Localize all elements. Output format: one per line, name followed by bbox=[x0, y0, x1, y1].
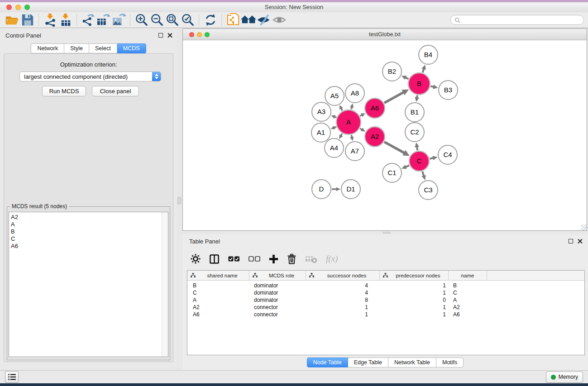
run-mcds-button[interactable]: Run MCDS bbox=[42, 86, 86, 96]
table-cell[interactable]: dominator bbox=[249, 282, 306, 289]
search-field[interactable] bbox=[450, 15, 584, 25]
export-table-button[interactable] bbox=[96, 13, 111, 27]
column-header-shared-name[interactable]: shared name bbox=[187, 271, 249, 280]
edge-C-C2[interactable] bbox=[417, 147, 417, 150]
first-neighbors-button[interactable] bbox=[241, 13, 256, 27]
network-canvas[interactable]: B4B2BB3A8A5A6A3B1AA1C2A2A4A7C4CC1C3DD1 bbox=[183, 40, 587, 230]
table-row[interactable]: Adominator80A bbox=[187, 296, 584, 304]
float-panel-icon[interactable] bbox=[569, 239, 573, 243]
table-cell[interactable]: connector bbox=[249, 311, 306, 318]
close-panel-icon[interactable] bbox=[167, 33, 172, 38]
table-row[interactable]: A2connector11A2 bbox=[187, 304, 584, 311]
zoom-fit-button[interactable] bbox=[165, 13, 180, 27]
table-cell[interactable]: A2 bbox=[449, 304, 487, 310]
table-cell[interactable]: 1 bbox=[380, 290, 449, 296]
table-cell[interactable]: B bbox=[449, 282, 487, 289]
add-column-button[interactable] bbox=[269, 254, 278, 264]
table-cell[interactable]: 8 bbox=[306, 297, 380, 303]
export-network-button[interactable] bbox=[81, 13, 96, 27]
hide-selected-button[interactable] bbox=[256, 13, 272, 27]
edge-C-C3[interactable] bbox=[422, 172, 424, 176]
select-all-columns-button[interactable] bbox=[228, 256, 240, 262]
tab-select[interactable]: Select bbox=[89, 43, 117, 53]
tab-network-table[interactable]: Network Table bbox=[388, 357, 436, 367]
column-header-mcds-role[interactable]: MCDS role bbox=[249, 271, 306, 280]
criterion-select[interactable]: largest connected component (directed) bbox=[19, 71, 161, 81]
table-cell[interactable]: 4 bbox=[306, 282, 380, 289]
table-cell[interactable]: A2 bbox=[187, 304, 249, 310]
network-graph[interactable]: B4B2BB3A8A5A6A3B1AA1C2A2A4A7C4CC1C3DD1 bbox=[183, 40, 587, 230]
table-cell[interactable]: 1 bbox=[380, 304, 449, 310]
table-row[interactable]: Cdominator41C bbox=[187, 289, 584, 296]
table-cell[interactable]: 1 bbox=[380, 282, 449, 289]
table-cell[interactable]: 4 bbox=[306, 290, 380, 296]
tab-node-table[interactable]: Node Table bbox=[307, 357, 348, 367]
table-cell[interactable]: 1 bbox=[380, 311, 449, 318]
table-cell[interactable]: dominator bbox=[249, 290, 306, 296]
import-network-button[interactable] bbox=[43, 13, 58, 27]
open-file-button[interactable] bbox=[5, 13, 20, 27]
memory-button[interactable]: Memory bbox=[546, 372, 583, 383]
export-image-button[interactable] bbox=[111, 13, 127, 27]
mcds-result-list[interactable]: A2ABCA6 bbox=[9, 212, 168, 357]
edge-C-C4[interactable] bbox=[430, 158, 433, 159]
tab-mcds[interactable]: MCDS bbox=[117, 43, 146, 53]
delete-columns-button[interactable] bbox=[287, 254, 296, 264]
table-cell[interactable]: connector bbox=[249, 304, 306, 310]
table-cell[interactable]: 1 bbox=[306, 311, 380, 318]
table-row[interactable]: Bdominator41B bbox=[187, 282, 584, 289]
table-cell[interactable]: B bbox=[187, 282, 249, 289]
unselect-all-columns-button[interactable] bbox=[249, 256, 260, 262]
mcds-result-item[interactable]: C bbox=[11, 235, 162, 243]
zoom-selected-button[interactable] bbox=[180, 13, 196, 27]
table-settings-button[interactable] bbox=[191, 254, 201, 264]
edge-A2-C[interactable] bbox=[384, 142, 404, 153]
table-cell[interactable]: A6 bbox=[449, 311, 487, 318]
tab-motifs[interactable]: Motifs bbox=[436, 357, 464, 367]
float-panel-icon[interactable] bbox=[158, 33, 163, 38]
table-cell[interactable]: dominator bbox=[249, 297, 306, 303]
node-table[interactable]: shared nameMCDS rolesuccessor nodesprede… bbox=[187, 270, 585, 355]
column-header-successor-nodes[interactable]: successor nodes bbox=[306, 271, 380, 280]
delete-table-button[interactable] bbox=[305, 255, 317, 263]
mcds-result-item[interactable]: B bbox=[11, 228, 162, 235]
vertical-splitter-handle[interactable] bbox=[177, 197, 181, 204]
tab-network[interactable]: Network bbox=[31, 43, 64, 53]
column-header-name[interactable]: name bbox=[449, 271, 487, 280]
save-session-button[interactable] bbox=[20, 13, 35, 27]
table-cell[interactable]: C bbox=[187, 290, 249, 296]
refresh-layout-button[interactable] bbox=[203, 13, 218, 27]
tab-style[interactable]: Style bbox=[64, 43, 89, 53]
mcds-result-item[interactable]: A2 bbox=[11, 214, 162, 221]
table-cell[interactable]: A6 bbox=[187, 311, 249, 318]
table-cell[interactable]: C bbox=[449, 290, 487, 296]
table-cell[interactable]: A bbox=[187, 297, 249, 303]
edge-A6-B[interactable] bbox=[384, 92, 404, 103]
table-cell[interactable]: 0 bbox=[380, 297, 449, 303]
mcds-result-item[interactable]: A6 bbox=[11, 243, 162, 250]
import-table-button[interactable] bbox=[58, 13, 73, 27]
task-history-button[interactable] bbox=[5, 371, 19, 383]
zoom-out-button[interactable] bbox=[149, 13, 165, 27]
table-row[interactable]: A6connector11A6 bbox=[187, 311, 584, 318]
close-panel-icon[interactable] bbox=[578, 239, 583, 244]
mcds-result-item[interactable]: A bbox=[11, 221, 162, 228]
table-cell[interactable]: A bbox=[449, 297, 487, 303]
network-window-titlebar[interactable]: testGlobe.txt bbox=[183, 29, 587, 40]
new-network-from-selection-button[interactable] bbox=[225, 13, 241, 27]
edge-C-C1[interactable] bbox=[406, 166, 409, 167]
main-titlebar[interactable]: Session: New Session bbox=[0, 2, 588, 12]
tab-edge-table[interactable]: Edge Table bbox=[348, 357, 388, 367]
table-cell[interactable]: 1 bbox=[306, 304, 380, 310]
list-scrollbar[interactable] bbox=[162, 212, 168, 357]
show-all-button[interactable] bbox=[272, 13, 287, 27]
resize-grip-icon[interactable] bbox=[581, 224, 587, 230]
function-builder-button[interactable]: f(x) bbox=[326, 254, 338, 264]
close-panel-button[interactable]: Close panel bbox=[92, 86, 139, 96]
split-columns-button[interactable] bbox=[209, 254, 220, 264]
edge-B-B2[interactable] bbox=[406, 77, 409, 79]
edge-B-B3[interactable] bbox=[430, 86, 434, 87]
edge-B-B4[interactable] bbox=[423, 69, 424, 72]
search-input[interactable] bbox=[463, 16, 580, 24]
zoom-in-button[interactable] bbox=[134, 13, 149, 27]
